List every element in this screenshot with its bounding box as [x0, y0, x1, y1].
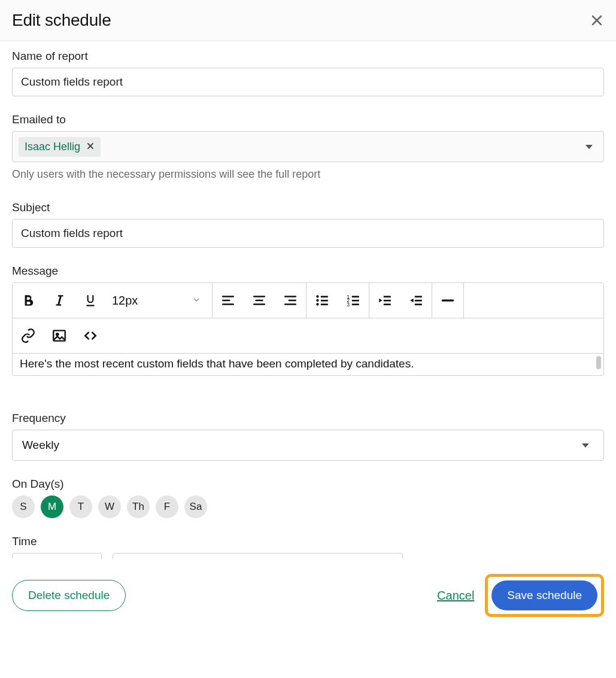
chevron-down-icon — [192, 294, 201, 308]
editor-toolbar-row-2 — [13, 318, 603, 354]
align-right-icon[interactable] — [275, 283, 306, 318]
horizontal-rule-icon[interactable] — [432, 283, 463, 318]
chevron-down-icon — [582, 443, 589, 448]
svg-rect-26 — [384, 300, 391, 302]
recipient-tag: Isaac Hellig — [19, 137, 101, 157]
day-toggle[interactable]: T — [69, 495, 92, 518]
day-toggle[interactable]: Th — [127, 495, 150, 518]
svg-rect-16 — [321, 296, 328, 297]
modal-title: Edit schedule — [12, 11, 111, 30]
code-icon[interactable] — [75, 318, 106, 353]
svg-rect-18 — [321, 303, 328, 305]
numbered-list-icon[interactable]: 123 — [338, 283, 369, 318]
svg-rect-30 — [415, 300, 422, 302]
delete-schedule-button[interactable]: Delete schedule — [12, 580, 126, 611]
svg-rect-23 — [352, 300, 359, 302]
message-body-input[interactable]: Here's the most recent custom fields tha… — [13, 354, 603, 375]
svg-rect-25 — [384, 296, 391, 297]
frequency-value: Weekly — [22, 439, 59, 452]
day-toggle[interactable]: S — [12, 495, 35, 518]
day-toggle[interactable]: Sa — [184, 495, 207, 518]
svg-rect-31 — [415, 303, 422, 305]
days-picker: SMTWThFSa — [12, 495, 604, 518]
chevron-down-icon — [585, 145, 593, 149]
emailed-to-hint: Only users with the necessary permission… — [12, 168, 604, 181]
remove-recipient-icon[interactable] — [86, 142, 95, 152]
scrollbar-thumb[interactable] — [596, 356, 601, 369]
svg-marker-32 — [411, 299, 414, 303]
link-icon[interactable] — [13, 318, 44, 353]
emailed-to-input[interactable]: Isaac Hellig — [12, 131, 604, 162]
modal-header: Edit schedule — [0, 0, 616, 41]
svg-rect-22 — [352, 296, 359, 297]
subject-label: Subject — [12, 201, 604, 214]
svg-marker-28 — [380, 299, 383, 303]
font-size-value: 12px — [112, 294, 138, 308]
svg-point-35 — [56, 333, 58, 335]
modal-footer: Delete schedule Cancel Save schedule — [0, 559, 616, 633]
subject-input[interactable] — [12, 219, 604, 248]
message-editor: 12px — [12, 282, 604, 376]
time-label: Time — [12, 535, 604, 548]
recipient-name: Isaac Hellig — [25, 141, 80, 153]
cancel-link[interactable]: Cancel — [437, 589, 474, 603]
frequency-label: Frequency — [12, 412, 604, 425]
image-icon[interactable] — [44, 318, 75, 353]
underline-icon[interactable] — [75, 283, 106, 318]
day-toggle[interactable]: F — [156, 495, 178, 518]
name-input[interactable] — [12, 68, 604, 96]
save-button-highlight: Save schedule — [485, 574, 604, 617]
indent-icon[interactable] — [400, 283, 432, 318]
svg-rect-24 — [352, 303, 359, 305]
bullet-list-icon[interactable] — [307, 283, 338, 318]
message-label: Message — [12, 264, 604, 278]
time-select[interactable]: 11:15 a.. — [12, 553, 102, 559]
emailed-to-label: Emailed to — [12, 113, 604, 126]
save-schedule-button[interactable]: Save schedule — [491, 580, 597, 610]
align-left-icon[interactable] — [213, 283, 244, 318]
font-size-select[interactable]: 12px — [106, 283, 212, 318]
frequency-select[interactable]: Weekly — [12, 430, 604, 461]
svg-rect-27 — [384, 303, 391, 305]
days-label: On Day(s) — [12, 478, 604, 491]
outdent-icon[interactable] — [369, 283, 400, 318]
editor-toolbar-row-1: 12px — [13, 283, 603, 318]
svg-rect-17 — [321, 300, 328, 302]
svg-text:3: 3 — [347, 302, 350, 308]
svg-point-15 — [317, 303, 319, 305]
name-label: Name of report — [12, 50, 604, 63]
message-text: Here's the most recent custom fields tha… — [20, 357, 414, 370]
timezone-select[interactable]: (GMT-04:00) Eastern Time (US & Cana… — [113, 553, 403, 559]
svg-point-14 — [317, 299, 319, 302]
svg-point-13 — [317, 295, 319, 297]
day-toggle[interactable]: M — [41, 495, 63, 518]
svg-rect-29 — [415, 296, 422, 297]
align-center-icon[interactable] — [244, 283, 275, 318]
bold-icon[interactable] — [13, 283, 44, 318]
italic-icon[interactable] — [44, 283, 75, 318]
close-icon[interactable] — [590, 13, 604, 28]
day-toggle[interactable]: W — [98, 495, 121, 518]
